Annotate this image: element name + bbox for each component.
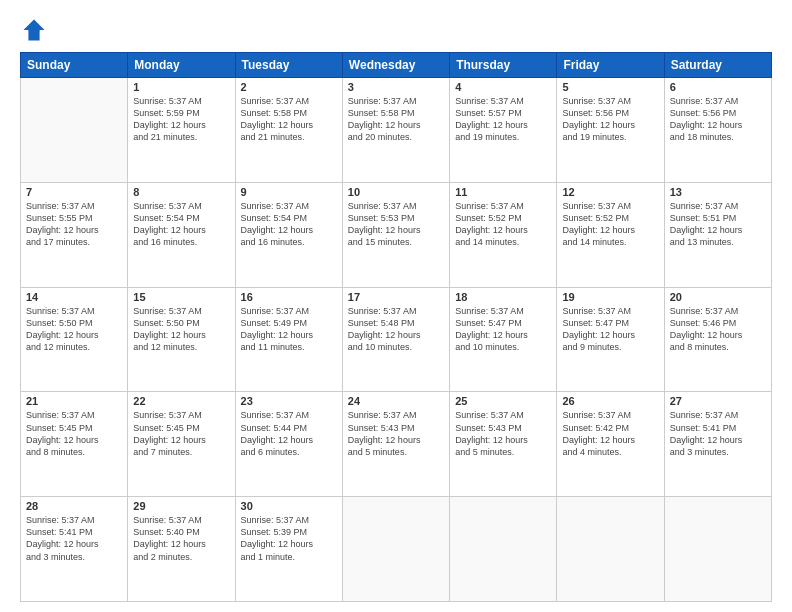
calendar-cell: 6Sunrise: 5:37 AM Sunset: 5:56 PM Daylig…	[664, 78, 771, 183]
day-number: 22	[133, 395, 229, 407]
cell-text: Sunrise: 5:37 AM Sunset: 5:58 PM Dayligh…	[348, 95, 444, 144]
calendar-cell: 29Sunrise: 5:37 AM Sunset: 5:40 PM Dayli…	[128, 497, 235, 602]
calendar-cell: 14Sunrise: 5:37 AM Sunset: 5:50 PM Dayli…	[21, 287, 128, 392]
calendar-cell: 18Sunrise: 5:37 AM Sunset: 5:47 PM Dayli…	[450, 287, 557, 392]
weekday-header-thursday: Thursday	[450, 53, 557, 78]
cell-text: Sunrise: 5:37 AM Sunset: 5:46 PM Dayligh…	[670, 305, 766, 354]
calendar-cell: 7Sunrise: 5:37 AM Sunset: 5:55 PM Daylig…	[21, 182, 128, 287]
day-number: 6	[670, 81, 766, 93]
calendar-week-row: 1Sunrise: 5:37 AM Sunset: 5:59 PM Daylig…	[21, 78, 772, 183]
calendar-cell: 25Sunrise: 5:37 AM Sunset: 5:43 PM Dayli…	[450, 392, 557, 497]
day-number: 9	[241, 186, 337, 198]
day-number: 29	[133, 500, 229, 512]
cell-text: Sunrise: 5:37 AM Sunset: 5:45 PM Dayligh…	[133, 409, 229, 458]
weekday-header-saturday: Saturday	[664, 53, 771, 78]
day-number: 18	[455, 291, 551, 303]
calendar-cell: 15Sunrise: 5:37 AM Sunset: 5:50 PM Dayli…	[128, 287, 235, 392]
cell-text: Sunrise: 5:37 AM Sunset: 5:54 PM Dayligh…	[133, 200, 229, 249]
cell-text: Sunrise: 5:37 AM Sunset: 5:45 PM Dayligh…	[26, 409, 122, 458]
calendar-cell: 16Sunrise: 5:37 AM Sunset: 5:49 PM Dayli…	[235, 287, 342, 392]
day-number: 11	[455, 186, 551, 198]
calendar-cell: 13Sunrise: 5:37 AM Sunset: 5:51 PM Dayli…	[664, 182, 771, 287]
cell-text: Sunrise: 5:37 AM Sunset: 5:41 PM Dayligh…	[26, 514, 122, 563]
calendar-cell: 26Sunrise: 5:37 AM Sunset: 5:42 PM Dayli…	[557, 392, 664, 497]
calendar-cell	[450, 497, 557, 602]
calendar-cell: 23Sunrise: 5:37 AM Sunset: 5:44 PM Dayli…	[235, 392, 342, 497]
calendar-cell: 4Sunrise: 5:37 AM Sunset: 5:57 PM Daylig…	[450, 78, 557, 183]
calendar-cell: 9Sunrise: 5:37 AM Sunset: 5:54 PM Daylig…	[235, 182, 342, 287]
day-number: 24	[348, 395, 444, 407]
day-number: 16	[241, 291, 337, 303]
day-number: 2	[241, 81, 337, 93]
day-number: 20	[670, 291, 766, 303]
logo	[20, 16, 52, 44]
day-number: 27	[670, 395, 766, 407]
cell-text: Sunrise: 5:37 AM Sunset: 5:58 PM Dayligh…	[241, 95, 337, 144]
day-number: 5	[562, 81, 658, 93]
weekday-header-sunday: Sunday	[21, 53, 128, 78]
weekday-header-wednesday: Wednesday	[342, 53, 449, 78]
cell-text: Sunrise: 5:37 AM Sunset: 5:51 PM Dayligh…	[670, 200, 766, 249]
cell-text: Sunrise: 5:37 AM Sunset: 5:53 PM Dayligh…	[348, 200, 444, 249]
day-number: 13	[670, 186, 766, 198]
cell-text: Sunrise: 5:37 AM Sunset: 5:43 PM Dayligh…	[348, 409, 444, 458]
calendar-cell	[557, 497, 664, 602]
calendar-cell	[342, 497, 449, 602]
cell-text: Sunrise: 5:37 AM Sunset: 5:56 PM Dayligh…	[670, 95, 766, 144]
calendar-cell: 12Sunrise: 5:37 AM Sunset: 5:52 PM Dayli…	[557, 182, 664, 287]
calendar-cell: 27Sunrise: 5:37 AM Sunset: 5:41 PM Dayli…	[664, 392, 771, 497]
calendar-table: SundayMondayTuesdayWednesdayThursdayFrid…	[20, 52, 772, 602]
day-number: 21	[26, 395, 122, 407]
calendar-cell: 5Sunrise: 5:37 AM Sunset: 5:56 PM Daylig…	[557, 78, 664, 183]
cell-text: Sunrise: 5:37 AM Sunset: 5:47 PM Dayligh…	[455, 305, 551, 354]
cell-text: Sunrise: 5:37 AM Sunset: 5:47 PM Dayligh…	[562, 305, 658, 354]
calendar-cell: 22Sunrise: 5:37 AM Sunset: 5:45 PM Dayli…	[128, 392, 235, 497]
calendar-header-row: SundayMondayTuesdayWednesdayThursdayFrid…	[21, 53, 772, 78]
weekday-header-friday: Friday	[557, 53, 664, 78]
calendar-cell: 19Sunrise: 5:37 AM Sunset: 5:47 PM Dayli…	[557, 287, 664, 392]
calendar-cell: 11Sunrise: 5:37 AM Sunset: 5:52 PM Dayli…	[450, 182, 557, 287]
cell-text: Sunrise: 5:37 AM Sunset: 5:43 PM Dayligh…	[455, 409, 551, 458]
cell-text: Sunrise: 5:37 AM Sunset: 5:54 PM Dayligh…	[241, 200, 337, 249]
calendar-cell: 3Sunrise: 5:37 AM Sunset: 5:58 PM Daylig…	[342, 78, 449, 183]
calendar-cell	[664, 497, 771, 602]
day-number: 19	[562, 291, 658, 303]
cell-text: Sunrise: 5:37 AM Sunset: 5:56 PM Dayligh…	[562, 95, 658, 144]
cell-text: Sunrise: 5:37 AM Sunset: 5:40 PM Dayligh…	[133, 514, 229, 563]
cell-text: Sunrise: 5:37 AM Sunset: 5:59 PM Dayligh…	[133, 95, 229, 144]
day-number: 10	[348, 186, 444, 198]
cell-text: Sunrise: 5:37 AM Sunset: 5:48 PM Dayligh…	[348, 305, 444, 354]
day-number: 28	[26, 500, 122, 512]
logo-icon	[20, 16, 48, 44]
day-number: 25	[455, 395, 551, 407]
weekday-header-monday: Monday	[128, 53, 235, 78]
calendar-cell: 2Sunrise: 5:37 AM Sunset: 5:58 PM Daylig…	[235, 78, 342, 183]
cell-text: Sunrise: 5:37 AM Sunset: 5:57 PM Dayligh…	[455, 95, 551, 144]
day-number: 14	[26, 291, 122, 303]
calendar-week-row: 28Sunrise: 5:37 AM Sunset: 5:41 PM Dayli…	[21, 497, 772, 602]
calendar-cell: 17Sunrise: 5:37 AM Sunset: 5:48 PM Dayli…	[342, 287, 449, 392]
day-number: 4	[455, 81, 551, 93]
cell-text: Sunrise: 5:37 AM Sunset: 5:41 PM Dayligh…	[670, 409, 766, 458]
calendar-week-row: 14Sunrise: 5:37 AM Sunset: 5:50 PM Dayli…	[21, 287, 772, 392]
calendar-cell: 24Sunrise: 5:37 AM Sunset: 5:43 PM Dayli…	[342, 392, 449, 497]
cell-text: Sunrise: 5:37 AM Sunset: 5:49 PM Dayligh…	[241, 305, 337, 354]
header	[20, 16, 772, 44]
day-number: 7	[26, 186, 122, 198]
cell-text: Sunrise: 5:37 AM Sunset: 5:39 PM Dayligh…	[241, 514, 337, 563]
day-number: 8	[133, 186, 229, 198]
cell-text: Sunrise: 5:37 AM Sunset: 5:42 PM Dayligh…	[562, 409, 658, 458]
cell-text: Sunrise: 5:37 AM Sunset: 5:50 PM Dayligh…	[26, 305, 122, 354]
day-number: 3	[348, 81, 444, 93]
calendar-cell: 20Sunrise: 5:37 AM Sunset: 5:46 PM Dayli…	[664, 287, 771, 392]
calendar-cell: 8Sunrise: 5:37 AM Sunset: 5:54 PM Daylig…	[128, 182, 235, 287]
calendar-cell: 1Sunrise: 5:37 AM Sunset: 5:59 PM Daylig…	[128, 78, 235, 183]
calendar-week-row: 21Sunrise: 5:37 AM Sunset: 5:45 PM Dayli…	[21, 392, 772, 497]
cell-text: Sunrise: 5:37 AM Sunset: 5:52 PM Dayligh…	[455, 200, 551, 249]
day-number: 30	[241, 500, 337, 512]
day-number: 23	[241, 395, 337, 407]
day-number: 15	[133, 291, 229, 303]
cell-text: Sunrise: 5:37 AM Sunset: 5:50 PM Dayligh…	[133, 305, 229, 354]
day-number: 26	[562, 395, 658, 407]
calendar-cell: 10Sunrise: 5:37 AM Sunset: 5:53 PM Dayli…	[342, 182, 449, 287]
